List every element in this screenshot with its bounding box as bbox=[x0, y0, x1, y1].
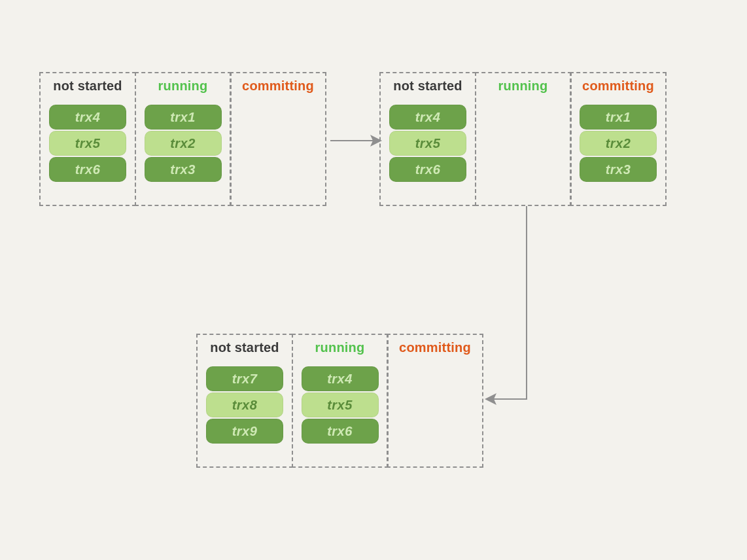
label-running: running bbox=[315, 340, 365, 355]
label-not-started: not started bbox=[53, 79, 122, 93]
col-not-started: not started trx7 trx8 trx9 bbox=[196, 334, 293, 468]
label-committing: committing bbox=[399, 340, 471, 355]
label-running: running bbox=[498, 79, 548, 93]
label-committing: committing bbox=[582, 79, 654, 93]
stage-2: not started trx4 trx5 trx6 running commi… bbox=[379, 72, 667, 206]
trx-item: trx2 bbox=[580, 131, 657, 156]
trx-item: trx3 bbox=[145, 157, 222, 182]
label-running: running bbox=[158, 79, 208, 93]
col-committing: committing bbox=[387, 334, 483, 468]
stack-not-started: trx4 trx5 trx6 bbox=[49, 105, 126, 183]
trx-item: trx1 bbox=[145, 105, 222, 130]
trx-item: trx7 bbox=[206, 366, 283, 391]
stage-1: not started trx4 trx5 trx6 running trx1 … bbox=[39, 72, 326, 206]
trx-item: trx1 bbox=[580, 105, 657, 130]
stack-running: trx4 trx5 trx6 bbox=[302, 366, 379, 445]
label-not-started: not started bbox=[210, 340, 279, 355]
stage-3: not started trx7 trx8 trx9 running trx4 … bbox=[196, 334, 483, 468]
label-committing: committing bbox=[242, 79, 314, 93]
col-running: running trx4 trx5 trx6 bbox=[292, 334, 389, 468]
trx-item: trx8 bbox=[206, 393, 283, 417]
trx-item: trx6 bbox=[49, 157, 126, 182]
col-not-started: not started trx4 trx5 trx6 bbox=[39, 72, 136, 206]
stack-not-started: trx7 trx8 trx9 bbox=[206, 366, 283, 445]
stack-committing: trx1 trx2 trx3 bbox=[580, 105, 657, 183]
trx-item: trx3 bbox=[580, 157, 657, 182]
trx-item: trx5 bbox=[389, 131, 466, 156]
trx-item: trx4 bbox=[49, 105, 126, 130]
trx-item: trx6 bbox=[389, 157, 466, 182]
col-running: running bbox=[475, 72, 572, 206]
trx-item: trx4 bbox=[302, 366, 379, 391]
trx-item: trx2 bbox=[145, 131, 222, 156]
trx-item: trx4 bbox=[389, 105, 466, 130]
trx-item: trx9 bbox=[206, 419, 283, 444]
col-running: running trx1 trx2 trx3 bbox=[135, 72, 232, 206]
col-not-started: not started trx4 trx5 trx6 bbox=[379, 72, 476, 206]
stack-running: trx1 trx2 trx3 bbox=[145, 105, 222, 183]
arrow-2-to-3 bbox=[487, 206, 527, 399]
col-committing: committing bbox=[230, 72, 326, 206]
trx-item: trx5 bbox=[49, 131, 126, 156]
stack-not-started: trx4 trx5 trx6 bbox=[389, 105, 466, 183]
col-committing: committing trx1 trx2 trx3 bbox=[570, 72, 667, 206]
label-not-started: not started bbox=[393, 79, 462, 93]
trx-item: trx5 bbox=[302, 393, 379, 417]
trx-item: trx6 bbox=[302, 419, 379, 444]
